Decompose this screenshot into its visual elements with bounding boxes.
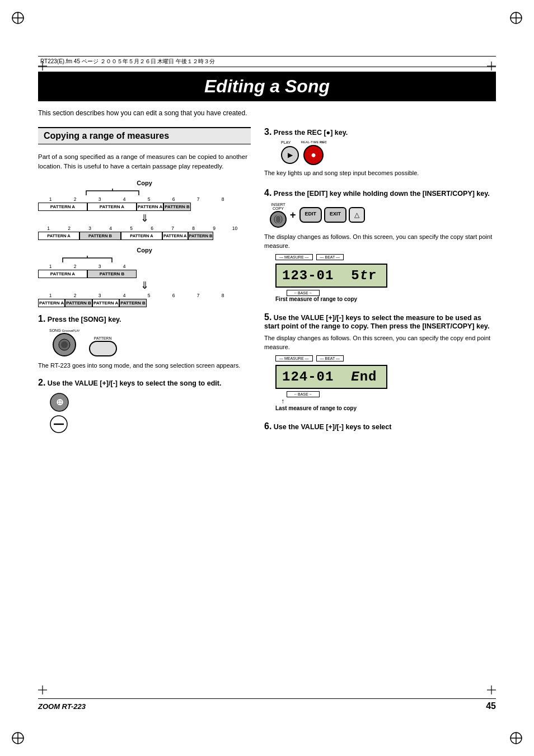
exit-button[interactable]: EXIT (324, 207, 346, 223)
copy-label-2: Copy (38, 247, 251, 253)
plus-key-svg: ⊕ (49, 392, 69, 412)
cell-b1: PATTERN B (163, 203, 191, 211)
step-1-text: Press the [SONG] key. (48, 316, 121, 323)
cell-aa1: PATTERN A (38, 232, 79, 240)
insert-copy-illustration: INSERTCOPY + EDIT EXIT △ (270, 203, 496, 228)
pattern-key-button (89, 341, 117, 356)
insert-copy-button[interactable] (270, 211, 287, 228)
diagram-2: Copy 1234 PATTERN A PATTERN B ⇓ (38, 247, 251, 307)
step-3-text: Press the REC [●] key. (274, 129, 348, 137)
rec-key-illustration: PLAY REAL-TIME REC ▶ ● (281, 140, 496, 165)
measure-label-1: — MEASURE — (275, 254, 313, 260)
value-plus-icon: ⊕ (49, 392, 69, 412)
step-3-header: 3. Press the REC [●] key. (264, 127, 496, 137)
copy-label-1: Copy (38, 180, 251, 186)
pattern-label: PATTERN (94, 336, 112, 340)
page-title: Editing a Song (49, 76, 485, 97)
rec-button[interactable]: ● (303, 145, 324, 165)
insert-copy-label: INSERTCOPY (271, 203, 285, 211)
lcd-bottom-labels-2: ←BASE→ (275, 391, 496, 397)
triangle-button[interactable]: △ (349, 207, 365, 223)
cell-ab2: PATTERN B (188, 232, 214, 240)
lcd-caption-2: Last measure of range to copy (275, 405, 496, 411)
footer-page-number: 45 (486, 701, 496, 711)
svg-text:⊕: ⊕ (56, 397, 63, 407)
pattern-row-before-2: PATTERN A PATTERN B (38, 270, 251, 278)
num-row-after-2: 12345678 (38, 293, 251, 298)
lcd-display-2-wrapper: — MEASURE — — BEAT — 124-01 End ←BASE→ ↑… (264, 355, 496, 411)
footer-brand: ZOOM RT-223 (38, 702, 86, 711)
edit-exit-group: EDIT EXIT △ (299, 207, 366, 223)
step-4-subtext: The display changes as follows. On this … (264, 232, 496, 251)
step-6-text: Use the VALUE [+]/[-] keys to select (274, 423, 392, 431)
section-heading: Copying a range of measures (38, 127, 251, 144)
play-rec-buttons: ▶ ● (281, 145, 324, 165)
cell-a1: PATTERN A (38, 203, 87, 211)
step-1: 1. Press the [SONG] key. SONG GroovePLAY (38, 314, 251, 370)
step-5: 5. Use the VALUE [+]/[-] keys to select … (264, 312, 496, 411)
measure-label-2: — MEASURE — (275, 355, 313, 361)
diagram-1: Copy 12345678 PATTERN A PATTERN A PATTER… (38, 180, 251, 240)
corner-mark-tl (10, 10, 26, 26)
cell2-aa1: PATTERN A (38, 299, 65, 307)
right-column: 3. Press the REC [●] key. PLAY REAL-TIME… (264, 127, 496, 444)
cell-ab1: PATTERN B (79, 232, 121, 240)
step-2-header: 2. Use the VALUE [+]/[-] keys to select … (38, 378, 251, 388)
value-key-illustration: ⊕ (49, 392, 251, 436)
pattern-key-item: PATTERN (89, 336, 117, 356)
step-3-num: 3. (264, 127, 271, 137)
step-4-header: 4. Press the [EDIT] key while holding do… (264, 188, 496, 198)
step-1-header: 1. Press the [SONG] key. (38, 314, 251, 324)
arrow-down-2: ⇓ (38, 279, 251, 292)
step-6-header: 6. Use the VALUE [+]/[-] keys to select (264, 421, 496, 431)
lcd-display-1-wrapper: — MEASURE — — BEAT — 123-01 5tr ←BASE→ F… (264, 254, 496, 302)
base-label-2: ←BASE→ (287, 391, 320, 397)
pattern-row-after-1: PATTERN A PATTERN B PATTERN A PATTERN A … (38, 232, 251, 240)
insert-copy-icon (273, 214, 283, 224)
lcd-arrow-2: ↑ (281, 397, 496, 405)
svg-point-28 (274, 215, 283, 224)
song-key-icon (58, 338, 71, 351)
lcd-top-labels-1: — MEASURE — — BEAT — (275, 254, 496, 260)
lcd-display-1: 123-01 5tr (275, 264, 387, 288)
insert-copy-key: INSERTCOPY (270, 203, 287, 228)
main-columns: Copying a range of measures Part of a so… (38, 127, 496, 444)
rec-labels: PLAY REAL-TIME REC (281, 140, 336, 144)
value-minus-icon (49, 415, 68, 436)
step-6: 6. Use the VALUE [+]/[-] keys to select (264, 421, 496, 431)
cell2-ab2: PATTERN B (119, 299, 147, 307)
beat-label-1: — BEAT — (316, 254, 344, 260)
play-label: PLAY (281, 140, 291, 144)
rec-key-group: PLAY REAL-TIME REC ▶ ● (281, 140, 336, 165)
step-5-header: 5. Use the VALUE [+]/[-] keys to select … (264, 312, 496, 330)
page-title-box: Editing a Song (38, 72, 496, 101)
copy-brace-2 (38, 255, 150, 264)
play-button[interactable]: ▶ (281, 146, 299, 164)
corner-mark-tr (508, 10, 524, 26)
step-2-num: 2. (38, 378, 45, 387)
step-1-num: 1. (38, 314, 45, 323)
cell2-ab1: PATTERN B (65, 299, 92, 307)
step-5-text: Use the VALUE [+]/[-] keys to select the… (264, 314, 489, 330)
beat-label-2: — BEAT — (316, 355, 344, 361)
step-4-num: 4. (264, 188, 271, 198)
pattern-row-before-1: PATTERN A PATTERN A PATTERN A PATTERN B (38, 203, 251, 211)
left-column: Copying a range of measures Part of a so… (38, 127, 251, 444)
song-key-button (53, 333, 76, 356)
edit-button[interactable]: EDIT (299, 207, 322, 223)
cell2-aa2: PATTERN A (92, 299, 119, 307)
lcd-display-2: 124-01 End (275, 365, 387, 389)
lcd-top-labels-2: — MEASURE — — BEAT — (275, 355, 496, 361)
corner-mark-bl (10, 730, 26, 746)
cell-aa3: PATTERN A (162, 232, 188, 240)
lcd-bottom-labels-1: ←BASE→ (275, 290, 496, 296)
step-1-subtext: The RT-223 goes into song mode, and the … (38, 361, 251, 370)
song-key-item: SONG GroovePLAY (49, 328, 80, 356)
section-desc: Part of a song specified as a range of m… (38, 152, 251, 172)
plus-sign: + (290, 209, 296, 221)
header-text: RT223(E).fm 45 ページ ２００５年５月２６日 木曜日 午後１２時３… (40, 58, 215, 64)
svg-point-23 (61, 341, 68, 348)
step-3-subtext: The key lights up and song step input be… (264, 168, 496, 178)
copy-brace-1 (60, 187, 195, 196)
header-bar: RT223(E).fm 45 ページ ２００５年５月２６日 木曜日 午後１２時３… (38, 56, 496, 67)
